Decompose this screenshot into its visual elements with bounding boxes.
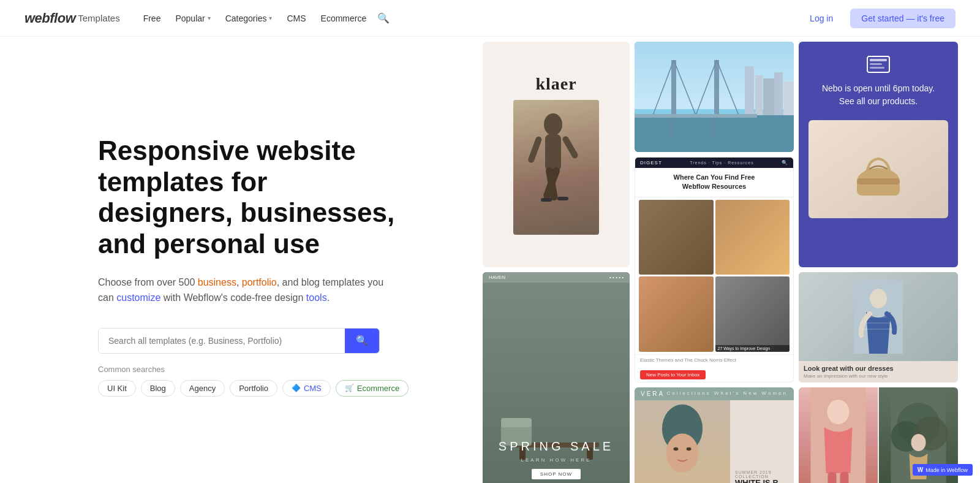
hero-section: Responsive website templates for designe…: [0, 37, 478, 483]
template-card-digest[interactable]: DIGEST Trends · Tips · Resources 🔍 Where…: [635, 157, 794, 382]
chevron-down-icon: ▾: [269, 15, 272, 21]
klaer-figure: [513, 100, 599, 235]
digest-cta-row: New Posts to Your Inbox: [635, 365, 793, 382]
nav-links: Free Popular▾ Categories▾ CMS Ecommerce …: [137, 10, 802, 27]
nav-categories[interactable]: Categories▾: [219, 10, 279, 27]
hero-desc-text1: Choose from over 500: [98, 277, 198, 287]
template-card-nebo[interactable]: Nebo is open until 6pm today.See all our…: [799, 42, 958, 267]
svg-rect-7: [557, 197, 568, 200]
digest-nav-links: Trends · Tips · Resources: [690, 161, 754, 165]
svg-rect-24: [711, 119, 716, 137]
preview-section: klaer: [478, 37, 980, 483]
cms-icon: 🔷: [292, 384, 301, 392]
hero-link-business[interactable]: business: [198, 277, 236, 287]
get-started-button[interactable]: Get started — it's free: [850, 9, 956, 28]
noda-sub: Make an impression with our new style: [804, 373, 953, 379]
nebo-icon-svg: [865, 54, 892, 75]
vera-collection-label: SUMMER 2019 COLLECTION: [735, 470, 789, 479]
search-icon[interactable]: 🔍: [377, 12, 390, 24]
vera-model-svg: [635, 400, 730, 483]
webflow-w-icon: W: [918, 466, 923, 473]
klaer-brand-name: klaer: [535, 74, 576, 94]
klaer-figure-svg: [519, 106, 593, 235]
digest-img-2: [715, 200, 790, 275]
svg-rect-14: [774, 72, 783, 115]
svg-point-54: [911, 434, 926, 451]
svg-rect-12: [755, 75, 763, 115]
common-search-tags: UI Kit Blog Agency Portfolio 🔷 CMS 🛒 Eco…: [98, 380, 441, 397]
svg-rect-26: [870, 59, 887, 61]
tag-cms[interactable]: 🔷 CMS: [282, 380, 331, 397]
template-card-bridge[interactable]: [635, 42, 794, 152]
tag-blog[interactable]: Blog: [141, 380, 175, 397]
made-in-webflow-text: Made in Webflow: [925, 467, 968, 473]
svg-rect-36: [501, 418, 532, 427]
hero-link-tools[interactable]: tools: [306, 292, 327, 303]
nebo-text: Nebo is open until 6pm today.See all our…: [822, 82, 935, 108]
spring-sale-text: SPRING SALE LEARN HOW HERE SHOP NOW: [499, 439, 614, 479]
tag-uikit[interactable]: UI Kit: [98, 380, 136, 397]
vera-collection-title: WHITE IS B...: [735, 479, 789, 483]
template-card-klaer[interactable]: klaer: [483, 42, 630, 267]
template-card-vera[interactable]: VERA Collections What's New Women: [635, 387, 794, 483]
svg-rect-23: [668, 119, 673, 137]
vera-header: VERA Collections What's New Women: [635, 387, 794, 400]
hero-desc-end: .: [327, 292, 330, 303]
cart-icon: 🛒: [345, 384, 354, 392]
digest-cta[interactable]: New Posts to Your Inbox: [640, 370, 706, 379]
digest-img-1: [639, 200, 714, 275]
spring-sale-title: SPRING SALE: [499, 439, 614, 454]
nebo-basket-svg: [851, 142, 906, 197]
login-link[interactable]: Log in: [802, 10, 840, 27]
tag-agency[interactable]: Agency: [180, 380, 225, 397]
svg-point-42: [870, 289, 887, 308]
svg-rect-31: [857, 178, 900, 184]
made-in-webflow-badge: W Made in Webflow: [913, 464, 973, 476]
hero-link-customize[interactable]: customize: [116, 292, 160, 303]
noda-model-area: [799, 272, 958, 361]
logo[interactable]: webflow Templates: [24, 10, 120, 26]
haven-nav: HAVEN • • • • •: [483, 272, 630, 283]
bridge-svg: [635, 42, 794, 152]
digest-caption: 27 Ways to Improve Design: [715, 345, 790, 352]
noda-tagline: Look great with our dresses: [804, 365, 953, 372]
nav-cms[interactable]: CMS: [281, 10, 312, 27]
nav-ecommerce[interactable]: Ecommerce: [315, 10, 373, 27]
tag-portfolio[interactable]: Portfolio: [230, 380, 277, 397]
svg-rect-15: [783, 82, 794, 115]
noda-model-svg: [854, 280, 903, 354]
spring-sale-cta[interactable]: SHOP NOW: [532, 469, 581, 479]
digest-footer: Elastic Themes and The Chuck Norris Effe…: [635, 354, 793, 365]
svg-rect-22: [635, 114, 757, 118]
svg-rect-17: [714, 60, 719, 115]
search-icon: 🔍: [356, 335, 368, 346]
fashion-card-left: Back Fish: [799, 387, 878, 483]
svg-rect-6: [541, 198, 552, 202]
spring-sale-sub: LEARN HOW HERE: [499, 457, 614, 463]
svg-point-47: [827, 400, 850, 424]
vera-body: SUMMER 2019 COLLECTION WHITE IS B... Fro…: [635, 400, 794, 483]
vera-logo: VERA: [641, 390, 665, 397]
svg-point-0: [544, 113, 562, 135]
logo-subtitle: Templates: [78, 13, 119, 23]
nav-free[interactable]: Free: [137, 10, 167, 27]
template-card-spring-sale[interactable]: HAVEN • • • • • SPRING SALE LEARN HOW HE…: [483, 272, 630, 483]
search-button[interactable]: 🔍: [345, 329, 379, 353]
digest-nav: DIGEST Trends · Tips · Resources 🔍: [635, 158, 793, 168]
svg-rect-11: [745, 66, 754, 115]
haven-logo: HAVEN: [489, 275, 505, 280]
nav-popular[interactable]: Popular▾: [169, 10, 216, 27]
hero-title: Responsive website templates for designe…: [98, 135, 404, 259]
svg-rect-49: [840, 472, 849, 483]
search-input[interactable]: [99, 329, 345, 353]
svg-rect-27: [870, 63, 882, 65]
template-card-noda[interactable]: Look great with our dresses Make an impr…: [799, 272, 958, 382]
tag-ecommerce[interactable]: 🛒 Ecommerce: [336, 380, 409, 397]
search-bar: 🔍: [98, 328, 380, 354]
hero-link-portfolio[interactable]: portfolio: [242, 277, 277, 287]
common-searches-label: Common searches: [98, 365, 441, 374]
digest-logo: DIGEST: [640, 160, 662, 165]
hero-description: Choose from over 500 business, portfolio…: [98, 275, 392, 306]
digest-search: 🔍: [782, 160, 788, 165]
navbar: webflow Templates Free Popular▾ Categori…: [0, 0, 980, 37]
